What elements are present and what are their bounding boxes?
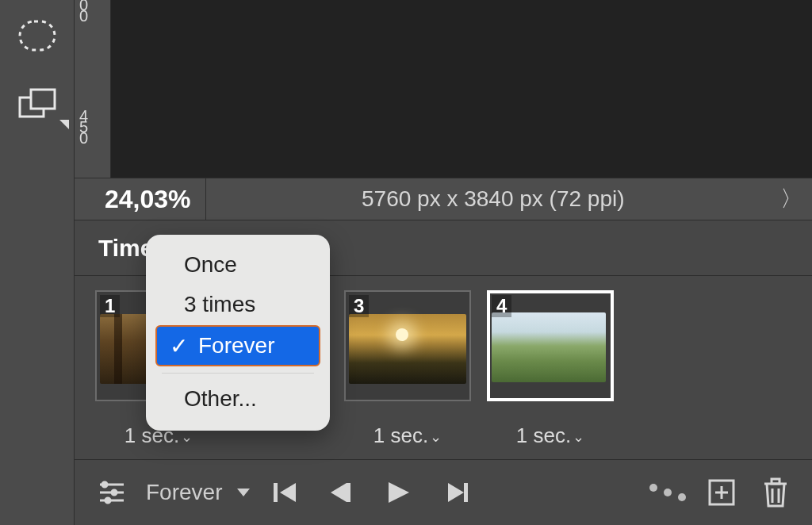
frame-thumbnail-icon	[349, 314, 466, 384]
status-bar: 24,03% 5760 px x 3840 px (72 ppi) 〉	[75, 178, 812, 220]
svg-point-8	[105, 498, 110, 503]
ruler-mark-0: 0 0 0 0	[79, 0, 89, 22]
loop-count-menu: Once 3 times Forever Other...	[146, 235, 330, 431]
tween-button[interactable]	[649, 473, 687, 512]
first-frame-button[interactable]	[266, 473, 304, 512]
vertical-ruler: 0 0 0 0 4 5 0	[75, 0, 111, 178]
timeline-controls: Forever	[75, 460, 812, 525]
svg-rect-9	[274, 483, 278, 502]
svg-point-6	[102, 482, 107, 487]
ruler-mark-4: 4 5 0	[79, 111, 89, 144]
status-more-icon[interactable]: 〉	[780, 184, 812, 214]
frame-delay-button[interactable]: 1 sec.⌄	[487, 423, 614, 448]
zoom-level[interactable]: 24,03%	[75, 178, 206, 220]
play-button[interactable]	[374, 473, 423, 512]
new-frame-button[interactable]	[703, 473, 741, 512]
tool-strip	[0, 0, 75, 525]
document-dimensions[interactable]: 5760 px x 3840 px (72 ppi)	[206, 186, 780, 212]
svg-rect-16	[772, 479, 779, 484]
loop-menu-item-other[interactable]: Other...	[155, 380, 320, 418]
tool-options-arrow-icon[interactable]	[59, 119, 70, 130]
dropdown-triangle-icon	[236, 488, 251, 497]
canvas-area[interactable]	[111, 0, 812, 178]
prev-frame-button[interactable]	[320, 473, 358, 512]
loop-menu-item-forever[interactable]: Forever	[155, 325, 320, 366]
svg-rect-2	[31, 90, 55, 109]
frame-delay-button[interactable]: 1 sec.⌄	[344, 423, 471, 448]
menu-divider	[162, 373, 314, 374]
svg-rect-10	[347, 483, 350, 502]
frame-thumbnail-icon	[492, 312, 606, 382]
delete-frame-button[interactable]	[756, 473, 795, 512]
timeline-options-button[interactable]	[92, 473, 130, 512]
marquee-tool-button[interactable]	[10, 8, 65, 63]
loop-dropdown[interactable]: Forever	[146, 480, 251, 505]
svg-rect-0	[20, 21, 55, 50]
artboard-tool-button[interactable]	[10, 76, 65, 132]
next-frame-button[interactable]	[439, 473, 477, 512]
svg-point-7	[112, 490, 117, 495]
svg-rect-11	[464, 483, 468, 502]
loop-menu-item-3times[interactable]: 3 times	[155, 285, 320, 324]
frame-3[interactable]: 3 1 sec.⌄	[344, 290, 471, 401]
frame-4[interactable]: 4 1 sec.⌄	[487, 290, 614, 401]
loop-menu-item-once[interactable]: Once	[155, 246, 320, 284]
